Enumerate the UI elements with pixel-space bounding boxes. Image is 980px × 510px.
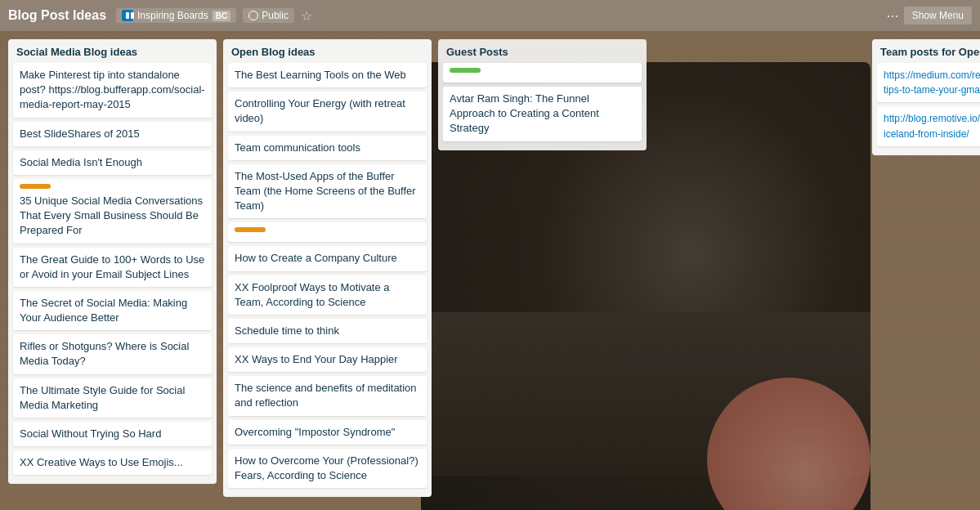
card[interactable]: XX Foolproof Ways to Motivate a Team, Ac…: [228, 275, 427, 315]
card-label-orange: [20, 184, 51, 189]
card[interactable]: 35 Unique Social Media Conversations Tha…: [13, 179, 212, 244]
card[interactable]: Overcoming "Impostor Syndrome": [228, 420, 427, 445]
card[interactable]: Avtar Ram Singh: The Funnel Approach to …: [443, 87, 642, 141]
card[interactable]: [443, 63, 642, 83]
show-menu-button[interactable]: Show Menu: [904, 7, 972, 25]
board-name: Inspiring Boards: [137, 10, 208, 21]
card[interactable]: https://medium.com/remotive-collection/7…: [877, 63, 980, 102]
card[interactable]: Social Media Isn't Enough: [13, 150, 212, 175]
card[interactable]: The science and benefits of meditation a…: [228, 376, 427, 415]
column-team-posts: Team posts for Open/Overflow synd https:…: [872, 39, 980, 155]
card[interactable]: [228, 222, 427, 242]
card[interactable]: Rifles or Shotguns? Where is Social Medi…: [13, 334, 212, 374]
card[interactable]: XX Creative Ways to Use Emojis...: [13, 450, 212, 475]
column-open-blog: Open Blog ideas The Best Learning Tools …: [223, 39, 432, 497]
card[interactable]: Best SlideShares of 2015: [13, 122, 212, 146]
trello-icon: [122, 10, 133, 21]
board-title: Blog Post Ideas: [8, 8, 106, 23]
visibility-label: Public: [262, 10, 289, 21]
card[interactable]: The Secret of Social Media: Making Your …: [13, 291, 212, 330]
column-title-open-blog: Open Blog ideas: [223, 39, 432, 63]
column-social-media-blog: Social Media Blog ideas Make Pinterest t…: [8, 39, 217, 484]
card[interactable]: The Best Learning Tools on the Web: [228, 63, 427, 87]
card[interactable]: Team communication tools: [228, 136, 427, 160]
card[interactable]: The Most-Used Apps of the Buffer Team (t…: [228, 164, 427, 219]
column-title-guest-posts: Guest Posts: [438, 39, 647, 63]
card[interactable]: How to Overcome Your (Professional?) Fea…: [228, 449, 427, 488]
column-title-team-posts: Team posts for Open/Overflow synd: [872, 39, 980, 63]
board: Social Media Blog ideas Make Pinterest t…: [0, 31, 980, 510]
globe-icon: [248, 11, 258, 20]
star-button[interactable]: ☆: [301, 8, 312, 24]
card-label-orange: [235, 227, 266, 232]
column-title-social-media-blog: Social Media Blog ideas: [8, 39, 217, 63]
column-body-guest-posts: Avtar Ram Singh: The Funnel Approach to …: [438, 63, 647, 150]
card[interactable]: http://blog.remotive.io/buffer-retreat-i…: [877, 106, 980, 145]
more-options[interactable]: ···: [887, 7, 899, 25]
card[interactable]: Social Without Trying So Hard: [13, 422, 212, 446]
visibility-badge[interactable]: Public: [243, 8, 294, 23]
card[interactable]: Schedule time to think: [228, 319, 427, 343]
card[interactable]: Controlling Your Energy (with retreat vi…: [228, 92, 427, 131]
card-label-green: [450, 68, 481, 73]
card[interactable]: The Great Guide to 100+ Words to Use or …: [13, 248, 212, 287]
card-link[interactable]: https://medium.com/remotive-collection/7…: [884, 69, 980, 96]
board-badge[interactable]: Inspiring Boards BC: [116, 8, 236, 23]
column-body-team-posts: https://medium.com/remotive-collection/7…: [872, 63, 980, 155]
card[interactable]: The Ultimate Style Guide for Social Medi…: [13, 378, 212, 418]
column-guest-posts: Guest Posts Avtar Ram Singh: The Funnel …: [438, 39, 647, 150]
column-body-social-media-blog: Make Pinterest tip into standalone post?…: [8, 63, 217, 484]
card-link[interactable]: http://blog.remotive.io/buffer-retreat-i…: [884, 113, 980, 139]
header: Blog Post Ideas Inspiring Boards BC Publ…: [0, 0, 980, 31]
card[interactable]: XX Ways to End Your Day Happier: [228, 347, 427, 372]
board-initials: BC: [213, 11, 230, 21]
column-body-open-blog: The Best Learning Tools on the Web Contr…: [223, 63, 432, 497]
card[interactable]: Make Pinterest tip into standalone post?…: [13, 63, 212, 118]
card[interactable]: How to Create a Company Culture: [228, 246, 427, 271]
